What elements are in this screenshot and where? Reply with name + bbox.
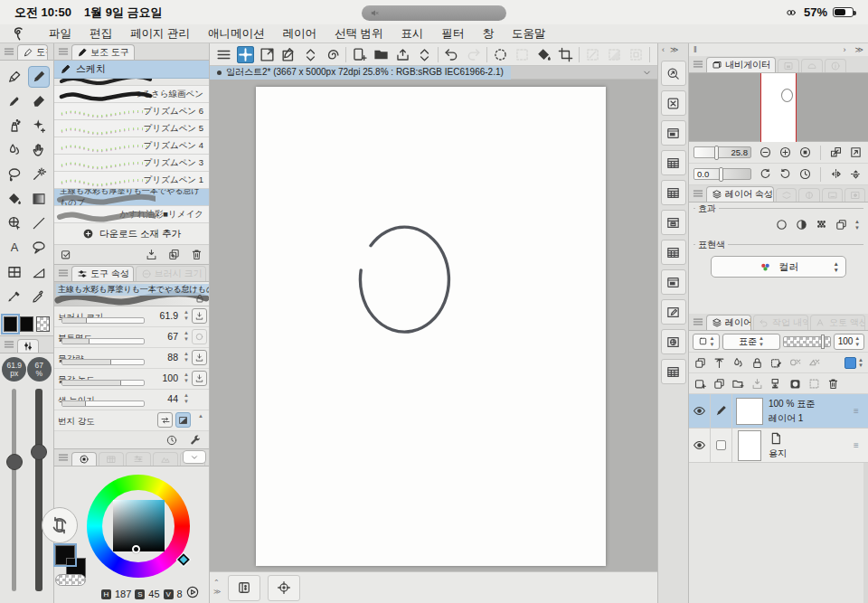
property-slider[interactable] bbox=[61, 338, 145, 344]
dynamics-button[interactable] bbox=[192, 371, 207, 386]
layer-reftree-button[interactable] bbox=[712, 356, 726, 370]
layer-selnone1-button[interactable] bbox=[788, 356, 802, 370]
tab-quick-sliders[interactable] bbox=[17, 339, 39, 353]
layer-checkbox[interactable] bbox=[711, 429, 732, 462]
tab-animation-cels[interactable] bbox=[776, 188, 797, 202]
folder-toolbar-icon[interactable] bbox=[373, 46, 390, 63]
seldash-toolbar-icon[interactable] bbox=[584, 46, 601, 63]
property-slider[interactable] bbox=[61, 380, 145, 386]
tab-information[interactable] bbox=[825, 59, 846, 72]
panel-menu-icon[interactable] bbox=[57, 451, 70, 464]
menu-item-9[interactable]: 도움말 bbox=[503, 26, 555, 42]
opacity-slider[interactable] bbox=[31, 389, 47, 599]
layer-dupchip-button[interactable] bbox=[712, 377, 726, 391]
tool-spray-button[interactable] bbox=[4, 115, 25, 137]
tool-eraser-button[interactable] bbox=[28, 90, 50, 112]
property-row-2[interactable]: 물감량88▲▼ bbox=[54, 348, 209, 369]
blur-mode-b-button[interactable] bbox=[175, 412, 191, 428]
nav-navswap-button[interactable] bbox=[829, 146, 843, 159]
palette-strip-panelgrid-button[interactable] bbox=[661, 180, 686, 205]
panel-menu-icon[interactable] bbox=[692, 187, 704, 200]
palette-color-chip[interactable] bbox=[844, 357, 856, 369]
tab-frame[interactable] bbox=[822, 188, 843, 202]
layer-thumbnail[interactable] bbox=[736, 398, 763, 425]
tab-item-bank[interactable] bbox=[801, 59, 823, 72]
menu-item-2[interactable]: 페이지 관리 bbox=[121, 26, 199, 42]
wrench-icon[interactable] bbox=[189, 434, 202, 447]
property-row-5[interactable]: 번지 강도▲ bbox=[54, 410, 209, 431]
nav-fitscr-button[interactable] bbox=[849, 146, 863, 159]
tool-decoration-button[interactable] bbox=[28, 115, 50, 137]
layer-row-1[interactable]: 용지≡ bbox=[689, 429, 868, 463]
layer-checkpen-button[interactable] bbox=[769, 356, 783, 370]
palette-strip-quickaccess-button[interactable] bbox=[661, 61, 686, 86]
tab-subtool[interactable]: 보조 도구 bbox=[71, 44, 135, 60]
effect-tonedots-button[interactable] bbox=[815, 218, 828, 231]
layer-row-0[interactable]: 100 % 표준레이어 1≡ bbox=[689, 394, 868, 429]
layer-mask-button[interactable] bbox=[788, 377, 802, 391]
rotate-slider[interactable]: 0.0 bbox=[693, 168, 751, 180]
panel-menu-icon[interactable] bbox=[692, 316, 704, 328]
chevron-down-icon[interactable] bbox=[642, 68, 652, 78]
layer-drag-handle[interactable]: ≡ bbox=[854, 394, 868, 428]
bucket-toolbar-icon[interactable] bbox=[535, 46, 552, 63]
menu-item-5[interactable]: 선택 범위 bbox=[326, 26, 392, 42]
disabled-circle-button[interactable] bbox=[192, 329, 207, 344]
nav-plusc-button[interactable] bbox=[778, 146, 792, 159]
nav-rotl-button[interactable] bbox=[759, 167, 772, 181]
layer-editing-indicator[interactable] bbox=[711, 394, 732, 428]
panel-menu-icon[interactable] bbox=[3, 45, 15, 58]
transparent-color-button[interactable] bbox=[55, 574, 86, 586]
expand-all-icon[interactable]: ≫ bbox=[670, 45, 678, 54]
delete-subtool-icon[interactable] bbox=[190, 248, 203, 261]
layer-dashbox-button[interactable] bbox=[807, 377, 821, 391]
spinner-toolbar-icon[interactable] bbox=[492, 46, 509, 63]
collapse-all-right-icon[interactable]: ≫ bbox=[855, 45, 863, 54]
dashbox-toolbar-icon[interactable] bbox=[514, 46, 531, 63]
move-toolbar-icon[interactable] bbox=[237, 46, 254, 63]
tool-frame-button[interactable] bbox=[4, 261, 25, 283]
menu-item-1[interactable]: 편집 bbox=[80, 26, 121, 42]
clip-studio-logo-icon[interactable] bbox=[11, 25, 27, 42]
property-stepper[interactable]: ▲▼ bbox=[184, 372, 189, 383]
layer-opacity-stepper[interactable]: 100▲▼ bbox=[834, 334, 864, 350]
panel-menu-icon[interactable] bbox=[57, 45, 70, 58]
layer-thumbnail[interactable] bbox=[738, 430, 761, 461]
property-row-0[interactable]: 브러시 크기61.9▲▼ bbox=[54, 306, 209, 327]
menu-item-3[interactable]: 애니메이션 bbox=[199, 26, 274, 42]
brush-row-0[interactable]: つるさら線画ペン bbox=[54, 86, 209, 103]
rotbox-toolbar-icon[interactable] bbox=[280, 46, 297, 63]
nav-rotr-button[interactable] bbox=[778, 167, 792, 181]
tab-auto-action[interactable]: 오토 액션 bbox=[810, 315, 865, 330]
sub-color-swatch[interactable] bbox=[20, 316, 33, 332]
tab-layers[interactable]: 레이어 bbox=[706, 315, 751, 330]
blend-mode-dropdown[interactable]: 표준▲▼ bbox=[722, 334, 780, 350]
tab-color-mixing[interactable] bbox=[153, 452, 178, 466]
layer-selnone2-button[interactable] bbox=[807, 356, 821, 370]
brush-row-partial[interactable] bbox=[54, 79, 209, 86]
undo-toolbar-icon[interactable] bbox=[443, 46, 460, 63]
panel-menu-icon[interactable] bbox=[692, 58, 704, 71]
layer-dupchip-button[interactable] bbox=[693, 356, 707, 370]
layer-opacity-slider[interactable] bbox=[783, 336, 831, 347]
collapse-panel-button[interactable] bbox=[183, 450, 206, 464]
scroll-arrows[interactable]: ⌃≫ bbox=[213, 579, 221, 596]
tool-ruler-button[interactable] bbox=[28, 261, 50, 283]
property-row-3[interactable]: 물감 농도100▲▼ bbox=[54, 369, 209, 390]
tool-wand-button[interactable] bbox=[28, 164, 50, 185]
brush-size-slider[interactable] bbox=[6, 389, 23, 599]
color-play-icon[interactable] bbox=[185, 585, 200, 599]
canvas-page[interactable] bbox=[256, 87, 606, 566]
tab-color-wheel[interactable] bbox=[71, 452, 97, 466]
current-brush-preview[interactable]: 主線も水彩も厚塗りも一本でやる怠けものブラシ bbox=[54, 282, 209, 306]
navigator-preview[interactable] bbox=[689, 73, 868, 142]
layer-drag-handle[interactable]: ≡ bbox=[854, 429, 868, 462]
stepper-toolbar-icon[interactable] bbox=[302, 46, 319, 63]
nav-minusc-button[interactable] bbox=[759, 146, 772, 159]
dynamics-button[interactable] bbox=[192, 308, 207, 324]
snap-settings-button[interactable] bbox=[268, 575, 300, 601]
palette-strip-panelgrid-button[interactable] bbox=[661, 359, 686, 384]
layer-shape-button[interactable]: ▲▼ bbox=[693, 334, 720, 350]
brush-row-7[interactable]: かすれ油彩■リメイク bbox=[54, 206, 209, 223]
tool-pen-button[interactable] bbox=[4, 66, 25, 88]
